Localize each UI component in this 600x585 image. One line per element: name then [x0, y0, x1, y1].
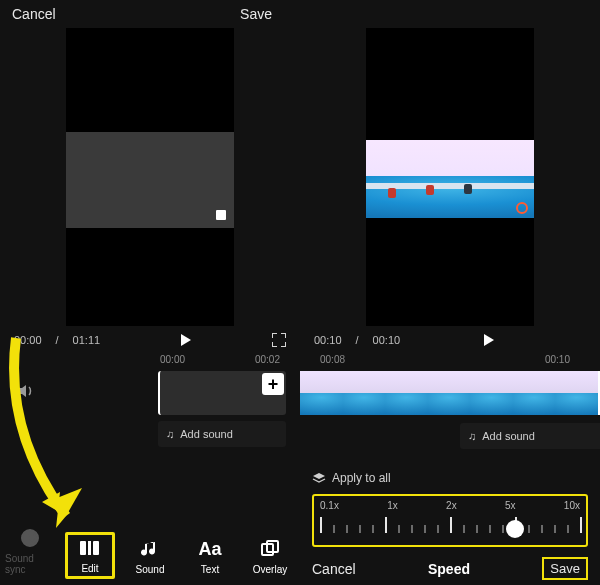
tool-edit[interactable]: Edit [65, 532, 115, 579]
svg-rect-3 [93, 541, 99, 555]
music-note-icon: ♫ [166, 428, 174, 440]
cancel-button[interactable]: Cancel [12, 6, 56, 22]
timeline-ruler-left: 00:0000:02 [0, 348, 300, 367]
video-track-left[interactable]: + [158, 371, 286, 415]
time-current: 00:00 [14, 334, 42, 346]
record-indicator-icon [516, 202, 528, 214]
speed-save-button[interactable]: Save [542, 557, 588, 580]
tool-sound[interactable]: Sound [125, 534, 175, 579]
preview-frame [366, 140, 534, 218]
video-preview-right[interactable] [366, 28, 534, 326]
speed-slider[interactable]: 0.1x 1x 2x 5x 10x [312, 494, 588, 547]
volume-icon[interactable] [14, 382, 38, 404]
time-current: 00:10 [314, 334, 342, 346]
play-button[interactable] [481, 332, 497, 348]
watermark-icon [216, 210, 226, 220]
svg-rect-1 [80, 541, 86, 555]
apply-to-all-toggle[interactable]: Apply to all [312, 470, 588, 486]
fullscreen-icon[interactable] [272, 333, 286, 347]
add-clip-button[interactable]: + [262, 373, 284, 395]
tool-text[interactable]: Aa Text [185, 534, 235, 579]
tool-overlay[interactable]: Overlay [245, 534, 295, 579]
save-button[interactable]: Save [240, 6, 288, 22]
left-editor-pane: Cancel Save 00:00/01:11 00:0000:02 [0, 0, 300, 585]
music-note-icon: ♫ [468, 430, 476, 442]
video-preview-left[interactable] [66, 28, 234, 326]
add-sound-button[interactable]: ♫ Add sound [158, 421, 286, 447]
svg-rect-2 [88, 541, 91, 555]
speed-panel: Apply to all 0.1x 1x 2x 5x 10x Cancel Sp… [300, 466, 600, 585]
editor-toolbar: Sound sync Edit Sound Aa Text Overlay [0, 523, 300, 579]
speed-title: Speed [428, 561, 470, 577]
add-sound-button[interactable]: ♫ Add sound [460, 423, 600, 449]
preview-content-placeholder [66, 132, 234, 228]
video-track-right[interactable] [300, 371, 600, 415]
tool-sound-sync[interactable]: Sound sync [5, 523, 55, 579]
time-total: 00:10 [373, 334, 401, 346]
timeline-ruler-right: 00:0800:10 [300, 348, 600, 367]
time-total: 01:11 [73, 334, 101, 346]
play-button[interactable] [178, 332, 194, 348]
speed-cancel-button[interactable]: Cancel [312, 561, 356, 577]
